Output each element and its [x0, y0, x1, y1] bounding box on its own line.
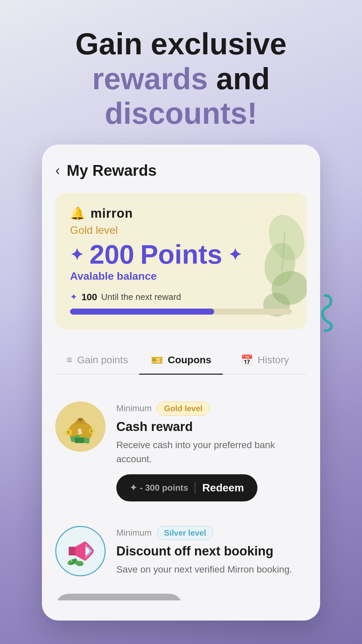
- cash-reward-title: Cash reward: [116, 420, 307, 434]
- nav-header: ‹ My Rewards: [55, 161, 307, 179]
- svg-rect-20: [75, 560, 83, 565]
- minimum-label-cash: Minimum: [116, 403, 152, 414]
- svg-rect-11: [75, 438, 84, 443]
- megaphone-icon: $: [62, 533, 99, 570]
- sparkle-left: ✦: [70, 245, 83, 264]
- available-balance: Avalable balance: [70, 270, 292, 282]
- minimum-label-discount: Minimum: [116, 528, 152, 538]
- tab-gain-points-label: Gain points: [77, 354, 128, 366]
- tabs-row: ≡ Gain points 🎫 Coupons 📅 History: [55, 346, 307, 375]
- money-bag-icon: $ $ $: [62, 408, 99, 445]
- squiggle-decoration: [305, 292, 335, 332]
- coupon-discount-booking: $ Minimum Silver level Discount off next…: [55, 514, 307, 597]
- minimum-row-cash: Minimum Gold level: [116, 401, 307, 416]
- svg-text:$: $: [67, 430, 69, 434]
- gold-level-badge: Gold level: [157, 401, 209, 416]
- next-reward-text: Until the next reward: [101, 292, 181, 302]
- gold-level-text: Gold level: [70, 224, 292, 236]
- coupon-cash-reward: $ $ $ Minimum Gold level Cash reward Rec…: [55, 389, 307, 514]
- next-sparkle: ✦: [70, 292, 77, 302]
- partial-redeem-area: Redeem: [55, 594, 307, 600]
- hero-title: Gain exclusive rewards and discounts!: [20, 27, 342, 131]
- svg-rect-16: [69, 547, 75, 555]
- brand-row: 🔔 mirron: [70, 206, 292, 221]
- cash-redeem-label: Redeem: [202, 482, 244, 494]
- phone-card: ‹ My Rewards 🔔 mirron Gold level ✦ 200 P…: [42, 145, 320, 621]
- gain-points-icon: ≡: [66, 354, 72, 366]
- silver-level-badge: Silver level: [157, 526, 213, 540]
- brand-icon: 🔔: [70, 206, 85, 220]
- hero-section: Gain exclusive rewards and discounts!: [0, 0, 362, 145]
- progress-bar-fill: [70, 309, 214, 315]
- tab-history[interactable]: 📅 History: [223, 346, 307, 374]
- tab-coupons-label: Coupons: [168, 354, 212, 366]
- svg-text:$: $: [90, 429, 92, 433]
- next-reward-number: 100: [81, 292, 97, 303]
- points-card: 🔔 mirron Gold level ✦ 200 Points ✦ Avala…: [55, 193, 307, 329]
- discount-image: $: [55, 526, 106, 576]
- redeem-cash-button[interactable]: ✦ - 300 points Redeem: [116, 474, 257, 501]
- discount-title: Discount off next booking: [116, 544, 307, 558]
- next-reward-row: ✦ 100 Until the next reward: [70, 292, 292, 303]
- cash-points-cost: ✦ - 300 points: [130, 483, 188, 493]
- brand-name: mirron: [90, 206, 133, 221]
- cash-reward-content: Minimum Gold level Cash reward Receive c…: [116, 401, 307, 501]
- sparkle-btn: ✦: [130, 483, 137, 493]
- page-title: My Rewards: [67, 161, 157, 179]
- cash-reward-desc: Receive cash into your preferred bank ac…: [116, 438, 307, 466]
- coupons-icon: 🎫: [151, 354, 163, 366]
- svg-text:$: $: [78, 427, 82, 436]
- minimum-row-discount: Minimum Silver level: [116, 526, 307, 540]
- sparkle-right: ✦: [228, 245, 242, 264]
- redeem-discount-button[interactable]: Redeem: [55, 594, 183, 600]
- svg-point-7: [78, 418, 83, 421]
- tab-gain-points[interactable]: ≡ Gain points: [55, 346, 139, 374]
- back-button[interactable]: ‹: [55, 163, 60, 177]
- progress-bar-background: [70, 309, 292, 315]
- history-icon: 📅: [241, 354, 253, 366]
- btn-divider: [195, 482, 195, 493]
- cash-reward-image: $ $ $: [55, 401, 106, 452]
- points-amount: ✦ 200 Points ✦: [70, 239, 292, 270]
- tab-history-label: History: [258, 354, 289, 366]
- discount-content: Minimum Silver level Discount off next b…: [116, 526, 307, 585]
- tab-coupons[interactable]: 🎫 Coupons: [139, 346, 223, 374]
- discount-desc: Save on your next verified Mirron bookin…: [116, 562, 307, 577]
